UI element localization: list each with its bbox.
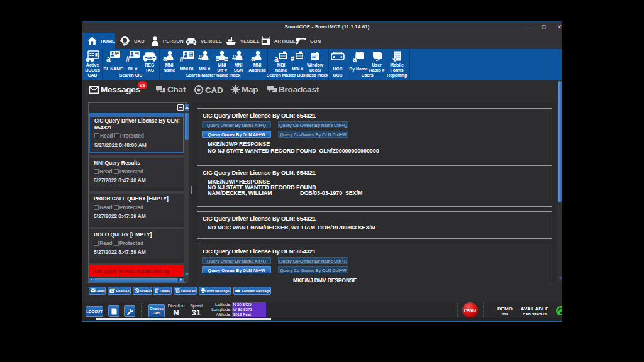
svg-text:a: a [353, 55, 357, 63]
svg-text:a: a [251, 54, 255, 62]
svg-text:a: a [274, 55, 279, 63]
svg-text:REG: REG [148, 57, 153, 59]
svg-text:#: # [198, 54, 202, 62]
svg-text:a: a [163, 54, 167, 62]
svg-text:#: # [126, 55, 130, 63]
svg-text:#: # [232, 54, 236, 62]
svg-text:#: # [180, 55, 184, 62]
svg-text:123: 123 [313, 56, 316, 58]
svg-text:#: # [291, 55, 294, 62]
svg-text:a: a [106, 55, 111, 63]
